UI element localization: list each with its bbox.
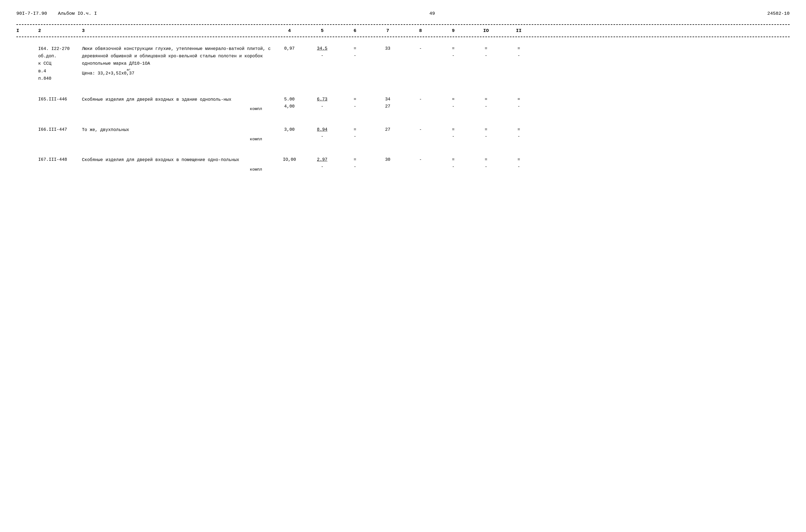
row-num-164 [16, 45, 38, 46]
val-165-col8: - [404, 96, 437, 110]
val-165-col9: = - [437, 96, 470, 110]
row-desc-166: То же, двухпольных компл [82, 126, 273, 143]
val-167-col8: - [404, 156, 437, 170]
val-165-col5: 6.73 - [306, 96, 339, 110]
val-166-col5: 8.94 - [306, 126, 339, 140]
table-row: I66.III-447 То же, двухпольных компл 3,0… [16, 118, 790, 149]
row-code-164: I64. I22-270об.доп.к ССЦв.4п.840 [38, 45, 82, 82]
row-values-166: 3,00 8.94 - = - 27 - [273, 126, 790, 140]
row-values-165: 5.00 4,00 6.73 - = - 34 27 [273, 96, 790, 110]
page-header: 90I-7-I7.90 Альбом IO.ч. I 49 24582·10 [16, 11, 790, 16]
val-166-col6: = - [339, 126, 371, 140]
val-164-col4: 0,97 [273, 45, 306, 59]
row-code-167: I67.III-448 [38, 156, 82, 163]
col-header-6: 6 [339, 28, 371, 33]
row-desc-164: Люки обвязочной конструкции глухие, утеп… [82, 45, 273, 77]
row-num-165 [16, 96, 38, 97]
val-165-col7: 34 27 [371, 96, 404, 110]
val-167-col7: 30 [371, 156, 404, 170]
val-164-col10: = - [470, 45, 502, 59]
column-headers: I 2 3 4 5 6 7 8 9 IO II [16, 25, 790, 37]
val-164-col5: 34.5 - [306, 45, 339, 59]
val-166-col7: 27 [371, 126, 404, 140]
val-167-col5: 2.97 - [306, 156, 339, 170]
val-167-col10: = - [470, 156, 502, 170]
main-table: I 2 3 4 5 6 7 8 9 IO II I64. I22-270об.д… [16, 24, 790, 178]
val-167-col4: IO,00 [273, 156, 306, 170]
val-165-col10: = - [470, 96, 502, 110]
val-167-col6: = - [339, 156, 371, 170]
doc-code: 24582·10 [767, 11, 790, 16]
val-165-col4: 5.00 4,00 [273, 96, 306, 110]
row-desc-165: Скобяные изделия для дверей входных в зд… [82, 96, 273, 113]
val-165-col6: = - [339, 96, 371, 110]
header-right: 24582·10 [767, 11, 790, 16]
col-header-4: 4 [273, 28, 306, 33]
row-num-166 [16, 126, 38, 127]
col-header-8: 8 [404, 28, 437, 33]
val-166-col4: 3,00 [273, 126, 306, 140]
row-values-164: 0,97 34.5 - = - 33 - [273, 45, 790, 59]
row-values-167: IO,00 2.97 - = - 30 - [273, 156, 790, 170]
page-num: 49 [430, 11, 435, 16]
row-code-165: I65.III-446 [38, 96, 82, 102]
col-header-5: 5 [306, 28, 339, 33]
row-code-166: I66.III-447 [38, 126, 82, 133]
row-desc-167: Скобяные изделия для дверей входных в по… [82, 156, 273, 173]
table-row: I64. I22-270об.доп.к ССЦв.4п.840 Люки об… [16, 37, 790, 88]
col-header-3: 3 [82, 28, 273, 33]
col-header-11: II [502, 28, 535, 33]
table-row: I67.III-448 Скобяные изделия для дверей … [16, 148, 790, 178]
val-166-col8: - [404, 126, 437, 140]
table-row: I65.III-446 Скобяные изделия для дверей … [16, 88, 790, 118]
header-left: 90I-7-I7.90 Альбом IO.ч. I [16, 11, 97, 16]
doc-id: 90I-7-I7.90 [16, 11, 47, 16]
album: Альбом IO.ч. I [58, 11, 97, 16]
val-164-col7: 33 [371, 45, 404, 59]
val-165-col11: = - [502, 96, 535, 110]
col-header-10: IO [470, 28, 502, 33]
val-166-col10: = - [470, 126, 502, 140]
col-header-9: 9 [437, 28, 470, 33]
val-164-col8: - [404, 45, 437, 59]
val-164-col9: = - [437, 45, 470, 59]
val-166-col11: = - [502, 126, 535, 140]
val-164-col6: = - [339, 45, 371, 59]
col-header-2: 2 [38, 28, 82, 33]
val-164-col11: = - [502, 45, 535, 59]
col-header-1: I [16, 28, 38, 33]
val-167-col11: = - [502, 156, 535, 170]
header-center: 49 [430, 11, 435, 16]
val-167-col9: = - [437, 156, 470, 170]
val-166-col9: = - [437, 126, 470, 140]
col-header-7: 7 [371, 28, 404, 33]
row-num-167 [16, 156, 38, 157]
